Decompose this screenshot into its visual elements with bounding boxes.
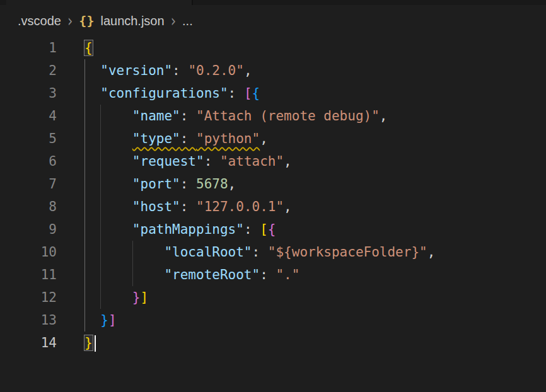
code-text: "pathMappings": [{ [57, 218, 276, 241]
code-line[interactable]: 13 }] [0, 309, 546, 331]
code-line[interactable]: 3 "configurations": [{ [0, 82, 546, 105]
line-number[interactable]: 9 [0, 218, 57, 241]
line-number[interactable]: 6 [0, 150, 57, 173]
json-braces-icon: {} [79, 13, 94, 28]
line-number[interactable]: 1 [0, 37, 57, 59]
matched-bracket: { [84, 40, 93, 55]
code-text: "remoteRoot": "." [57, 263, 299, 286]
code-text: "version": "0.2.0", [57, 59, 252, 82]
line-number[interactable]: 14 [0, 331, 57, 354]
editor[interactable]: 1{2 "version": "0.2.0",3 "configurations… [0, 37, 546, 354]
code-text: "type": "python", [57, 127, 268, 150]
code-text: } [57, 331, 96, 354]
chevron-right-icon: › [171, 11, 176, 30]
line-number[interactable]: 10 [0, 241, 57, 263]
code-lines: 1{2 "version": "0.2.0",3 "configurations… [0, 37, 546, 354]
chevron-right-icon: › [67, 11, 73, 30]
code-line[interactable]: 4 "name": "Attach (remote debug)", [0, 105, 546, 127]
code-text: "port": 5678, [57, 173, 236, 195]
breadcrumb-folder[interactable]: .vscode [18, 14, 61, 28]
code-text: "localRoot": "${workspaceFolder}", [57, 241, 435, 263]
line-number[interactable]: 2 [0, 59, 57, 82]
line-number[interactable]: 4 [0, 105, 57, 127]
code-text: { [57, 37, 93, 59]
active-tab-edge [6, 0, 193, 5]
code-line[interactable]: 14} [0, 331, 546, 354]
code-line[interactable]: 10 "localRoot": "${workspaceFolder}", [0, 241, 546, 263]
code-line[interactable]: 7 "port": 5678, [0, 173, 546, 195]
breadcrumb-file[interactable]: launch.json [100, 14, 164, 28]
breadcrumb-more[interactable]: ... [182, 14, 193, 28]
code-line[interactable]: 1{ [0, 37, 546, 59]
line-number[interactable]: 7 [0, 173, 57, 195]
code-line[interactable]: 5 "type": "python", [0, 127, 546, 150]
line-number[interactable]: 12 [0, 286, 57, 309]
breadcrumb: .vscode › {} launch.json › ... [0, 5, 546, 37]
code-line[interactable]: 12 }] [0, 286, 546, 309]
line-number[interactable]: 8 [0, 195, 57, 218]
code-line[interactable]: 8 "host": "127.0.0.1", [0, 195, 546, 218]
matched-bracket: } [84, 335, 93, 350]
line-number[interactable]: 13 [0, 309, 57, 331]
tab-bar-strip [0, 0, 546, 5]
code-text: }] [57, 309, 117, 331]
code-line[interactable]: 2 "version": "0.2.0", [0, 59, 546, 82]
line-number[interactable]: 3 [0, 82, 57, 105]
code-line[interactable]: 6 "request": "attach", [0, 150, 546, 173]
code-line[interactable]: 9 "pathMappings": [{ [0, 218, 546, 241]
code-text: "request": "attach", [57, 150, 292, 173]
code-text: "host": "127.0.0.1", [57, 195, 292, 218]
code-text: }] [57, 286, 148, 309]
line-number[interactable]: 11 [0, 263, 57, 286]
code-line[interactable]: 11 "remoteRoot": "." [0, 263, 546, 286]
text-cursor [95, 335, 96, 352]
code-text: "configurations": [{ [57, 82, 260, 105]
code-text: "name": "Attach (remote debug)", [57, 105, 387, 127]
line-number[interactable]: 5 [0, 127, 57, 150]
